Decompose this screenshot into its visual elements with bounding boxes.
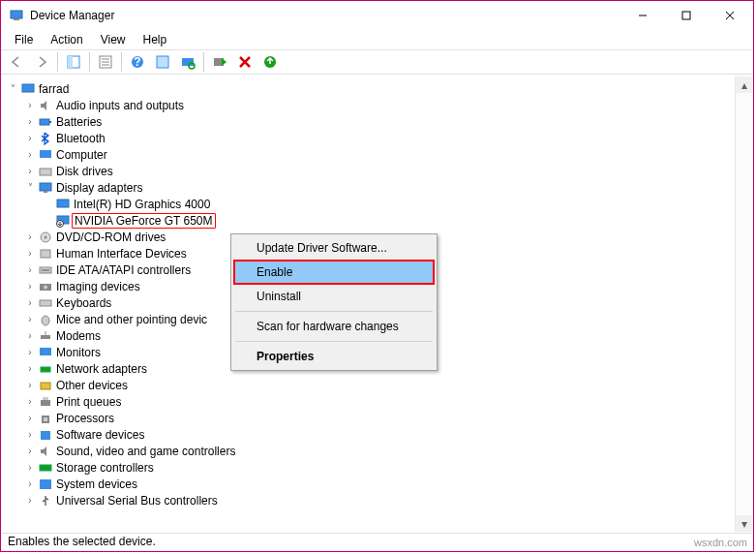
close-button[interactable] (708, 2, 751, 30)
tree-processors[interactable]: ›Processors (2, 410, 735, 426)
hid-icon (37, 247, 54, 261)
device-manager-window: Device Manager File Action View Help ? ˅… (0, 0, 754, 552)
computer-icon (19, 82, 37, 96)
disk-icon (37, 165, 54, 178)
svg-rect-45 (41, 400, 50, 406)
tree-audio[interactable]: ›Audio inputs and outputs (2, 97, 735, 113)
ctx-separator (235, 311, 433, 312)
tool-icon-1[interactable] (151, 51, 174, 73)
properties-button[interactable] (94, 51, 117, 73)
scroll-down-button[interactable]: ▾ (736, 515, 752, 532)
minimize-button[interactable] (620, 2, 664, 30)
tree-bluetooth[interactable]: ›Bluetooth (2, 130, 735, 146)
modem-icon (37, 329, 54, 343)
svg-rect-3 (682, 12, 690, 19)
forward-button[interactable] (30, 51, 53, 73)
svg-rect-1 (14, 18, 19, 20)
tree-display-intel[interactable]: Intel(R) HD Graphics 4000 (2, 196, 735, 212)
statusbar: Enables the selected device. (2, 533, 752, 550)
menubar: File Action View Help (1, 30, 753, 49)
scroll-thumb[interactable] (736, 93, 752, 515)
toolbar: ? (1, 49, 753, 75)
help-button[interactable]: ? (126, 51, 149, 73)
software-icon (37, 428, 54, 442)
maximize-button[interactable] (664, 2, 708, 30)
svg-rect-33 (41, 250, 50, 258)
printer-icon (37, 395, 54, 409)
storage-icon (37, 461, 54, 475)
tree-disk[interactable]: ›Disk drives (2, 163, 735, 179)
tree-print[interactable]: ›Print queues (2, 393, 735, 410)
show-hide-tree-button[interactable] (62, 51, 85, 73)
tree-root[interactable]: ˅farrad (2, 80, 735, 97)
svg-rect-21 (22, 84, 34, 92)
svg-rect-28 (57, 200, 69, 207)
svg-rect-51 (40, 479, 51, 489)
menu-help[interactable]: Help (136, 31, 175, 48)
uninstall-button[interactable] (233, 51, 257, 73)
ctx-update-driver[interactable]: Update Driver Software... (233, 236, 435, 260)
svg-point-37 (44, 285, 47, 289)
tree-batteries[interactable]: ›Batteries (2, 113, 735, 130)
tree-software[interactable]: ›Software devices (2, 426, 735, 443)
back-button[interactable] (5, 51, 28, 73)
mouse-icon (37, 313, 54, 326)
tree-usb[interactable]: ›Universal Serial Bus controllers (2, 492, 735, 508)
bluetooth-icon (37, 132, 54, 145)
svg-point-32 (45, 235, 47, 238)
update-driver-button[interactable] (258, 51, 282, 73)
tree-computer[interactable]: ›Computer (2, 146, 735, 163)
ide-icon (37, 263, 54, 277)
menu-file[interactable]: File (7, 31, 41, 48)
status-text: Enables the selected device. (8, 535, 156, 548)
monitor-icon (54, 198, 72, 211)
computer-icon (37, 148, 54, 162)
svg-rect-43 (41, 367, 50, 372)
tree-display[interactable]: ˅Display adapters (2, 179, 735, 196)
scroll-up-button[interactable]: ▴ (736, 77, 752, 93)
network-icon (37, 362, 54, 376)
svg-rect-40 (41, 335, 50, 339)
tree-display-nvidia[interactable]: NVIDIA GeForce GT 650M (2, 212, 735, 229)
tree-storage[interactable]: ›Storage controllers (2, 459, 735, 476)
svg-rect-48 (44, 417, 47, 421)
svg-rect-26 (40, 183, 51, 191)
system-icon (37, 477, 54, 491)
menu-view[interactable]: View (93, 31, 134, 48)
monitor-icon (37, 181, 54, 195)
menu-action[interactable]: Action (43, 31, 90, 48)
svg-rect-7 (68, 56, 73, 68)
svg-rect-15 (182, 58, 194, 66)
svg-rect-49 (41, 431, 50, 440)
svg-rect-44 (41, 383, 50, 389)
svg-rect-0 (11, 11, 22, 18)
monitor-icon (37, 346, 54, 359)
ctx-scan[interactable]: Scan for hardware changes (233, 315, 435, 338)
svg-text:?: ? (134, 55, 140, 69)
disc-icon (37, 231, 54, 244)
ctx-properties[interactable]: Properties (233, 345, 435, 368)
sound-icon (37, 445, 54, 458)
svg-rect-25 (40, 169, 51, 175)
enable-button[interactable] (208, 51, 231, 73)
titlebar: Device Manager (1, 1, 753, 30)
app-icon (9, 8, 24, 23)
ctx-enable[interactable]: Enable (233, 260, 435, 285)
speaker-icon (37, 99, 54, 112)
camera-icon (37, 280, 54, 293)
context-menu: Update Driver Software... Enable Uninsta… (230, 233, 438, 371)
ctx-separator (235, 341, 433, 342)
tree-sound[interactable]: ›Sound, video and game controllers (2, 443, 735, 459)
tree-system[interactable]: ›System devices (2, 476, 735, 492)
cpu-icon (37, 412, 54, 425)
svg-point-39 (42, 316, 49, 325)
svg-rect-14 (157, 56, 168, 68)
keyboard-icon (37, 296, 54, 310)
tree-other[interactable]: ›Other devices (2, 377, 735, 393)
window-title: Device Manager (30, 9, 620, 22)
vertical-scrollbar[interactable]: ▴ ▾ (736, 77, 752, 532)
ctx-uninstall[interactable]: Uninstall (233, 285, 435, 308)
scan-hardware-button[interactable] (176, 51, 199, 73)
other-icon (37, 379, 54, 392)
svg-rect-46 (43, 397, 48, 400)
